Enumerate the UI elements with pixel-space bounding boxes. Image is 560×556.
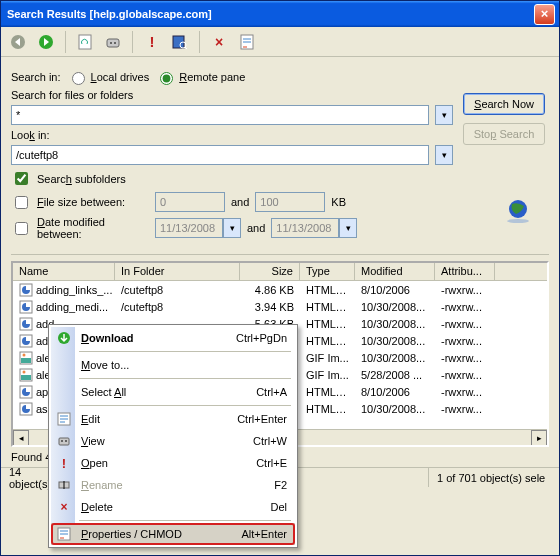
file-icon	[19, 351, 33, 365]
date-to-input[interactable]	[271, 218, 339, 238]
cell-modified: 10/30/2008...	[355, 352, 435, 364]
date-from-input[interactable]	[155, 218, 223, 238]
properties-icon	[240, 34, 254, 50]
alert-button[interactable]: !	[141, 31, 163, 53]
download-icon	[56, 330, 72, 346]
menu-item-shortcut: Ctrl+E	[256, 457, 287, 469]
menu-item-label: Download	[81, 332, 134, 344]
and-label-1: and	[231, 196, 249, 208]
context-menu[interactable]: DownloadCtrl+PgDnMove to...Select AllCtr…	[48, 324, 298, 548]
date-checkbox[interactable]	[15, 222, 28, 235]
lookin-dropdown-button[interactable]: ▾	[435, 145, 453, 165]
col-folder[interactable]: In Folder	[115, 263, 240, 280]
col-type[interactable]: Type	[300, 263, 355, 280]
search-in-label: Search in:	[11, 71, 61, 83]
menu-item-edit[interactable]: EditCtrl+Enter	[51, 408, 295, 430]
menu-item-label: Open	[81, 457, 108, 469]
date-label: Date modified between:	[37, 216, 149, 240]
cell-attr: -rwxrw...	[435, 301, 495, 313]
svg-rect-26	[59, 438, 69, 445]
cell-name: adding_links_...	[36, 284, 112, 296]
file-icon	[19, 368, 33, 382]
close-button[interactable]: ×	[534, 4, 555, 25]
table-row[interactable]: adding_links_.../cuteftp84.86 KBHTML D..…	[13, 281, 547, 298]
col-size[interactable]: Size	[240, 263, 300, 280]
file-icon	[19, 334, 33, 348]
back-button[interactable]	[7, 31, 29, 53]
local-drives-radio[interactable]: Local drives	[67, 69, 150, 85]
and-label-2: and	[247, 222, 265, 234]
svg-rect-2	[79, 35, 91, 49]
scroll-left-button[interactable]: ◂	[13, 430, 29, 446]
delete-icon: ×	[215, 34, 223, 50]
stop-search-button[interactable]: Stop Search	[463, 123, 545, 145]
delete-button[interactable]: ×	[208, 31, 230, 53]
filesize-to-input[interactable]	[255, 192, 325, 212]
titlebar[interactable]: Search Results [help.globalscape.com] ×	[1, 1, 559, 27]
pattern-dropdown-button[interactable]: ▾	[435, 105, 453, 125]
search-subfolders-label: Search subfolders	[37, 173, 126, 185]
scroll-right-button[interactable]: ▸	[531, 430, 547, 446]
file-icon	[19, 402, 33, 416]
menu-item-label: View	[81, 435, 105, 447]
menu-item-label: Edit	[81, 413, 100, 425]
find-icon	[172, 34, 188, 50]
search-now-button[interactable]: Search Now	[463, 93, 545, 115]
edit-icon	[56, 411, 72, 427]
cell-type: HTML D...	[300, 386, 355, 398]
chevron-down-icon: ▾	[442, 150, 447, 160]
cell-type: HTML D...	[300, 403, 355, 415]
forward-button[interactable]	[35, 31, 57, 53]
table-row[interactable]: adding_medi.../cuteftp83.94 KBHTML D...1…	[13, 298, 547, 315]
filesize-label: File size between:	[37, 196, 149, 208]
menu-item-shortcut: Alt+Enter	[241, 528, 287, 540]
remote-pane-radio[interactable]: Remote pane	[155, 69, 245, 85]
col-name[interactable]: Name	[13, 263, 115, 280]
cell-folder: /cuteftp8	[115, 301, 240, 313]
cell-modified: 8/10/2006	[355, 386, 435, 398]
cell-name: adding_medi...	[36, 301, 108, 313]
menu-item-label: Properties / CHMOD	[81, 528, 182, 540]
menu-item-open[interactable]: !OpenCtrl+E	[51, 452, 295, 474]
menu-item-properties-chmod[interactable]: Properties / CHMODAlt+Enter	[51, 523, 295, 545]
svg-point-10	[507, 219, 529, 223]
filesize-unit: KB	[331, 196, 346, 208]
menu-item-rename: RenameF2	[51, 474, 295, 496]
page-icon	[78, 34, 92, 50]
col-attr[interactable]: Attribu...	[435, 263, 495, 280]
cell-attr: -rwxrw...	[435, 386, 495, 398]
menu-item-shortcut: F2	[274, 479, 287, 491]
rename-icon	[56, 477, 72, 493]
date-to-dropdown[interactable]: ▾	[339, 218, 357, 238]
bot-button[interactable]	[102, 31, 124, 53]
pattern-input[interactable]	[11, 105, 429, 125]
svg-point-5	[114, 42, 116, 44]
cell-type: HTML D...	[300, 318, 355, 330]
file-icon	[19, 283, 33, 297]
svg-rect-17	[21, 358, 31, 363]
lookin-input[interactable]	[11, 145, 429, 165]
properties-button[interactable]	[236, 31, 258, 53]
refresh-button[interactable]	[74, 31, 96, 53]
filesize-checkbox[interactable]	[15, 196, 28, 209]
menu-item-download[interactable]: DownloadCtrl+PgDn	[51, 327, 295, 349]
search-for-label: Search for files or folders	[11, 89, 133, 101]
menu-item-view[interactable]: ViewCtrl+W	[51, 430, 295, 452]
menu-item-select-all[interactable]: Select AllCtrl+A	[51, 381, 295, 403]
search-subfolders-checkbox[interactable]	[15, 172, 28, 185]
cell-attr: -rwxrw...	[435, 352, 495, 364]
svg-rect-20	[21, 375, 31, 380]
file-icon	[19, 385, 33, 399]
cell-attr: -rwxrw...	[435, 318, 495, 330]
col-modified[interactable]: Modified	[355, 263, 435, 280]
results-header: Name In Folder Size Type Modified Attrib…	[13, 263, 547, 281]
find-button[interactable]	[169, 31, 191, 53]
globe-icon	[504, 196, 532, 224]
filesize-from-input[interactable]	[155, 192, 225, 212]
cell-size: 3.94 KB	[240, 301, 300, 313]
date-from-dropdown[interactable]: ▾	[223, 218, 241, 238]
menu-item-delete[interactable]: ×DeleteDel	[51, 496, 295, 518]
cell-modified: 5/28/2008 ...	[355, 369, 435, 381]
cell-modified: 10/30/2008...	[355, 335, 435, 347]
menu-item-move-to[interactable]: Move to...	[51, 354, 295, 376]
